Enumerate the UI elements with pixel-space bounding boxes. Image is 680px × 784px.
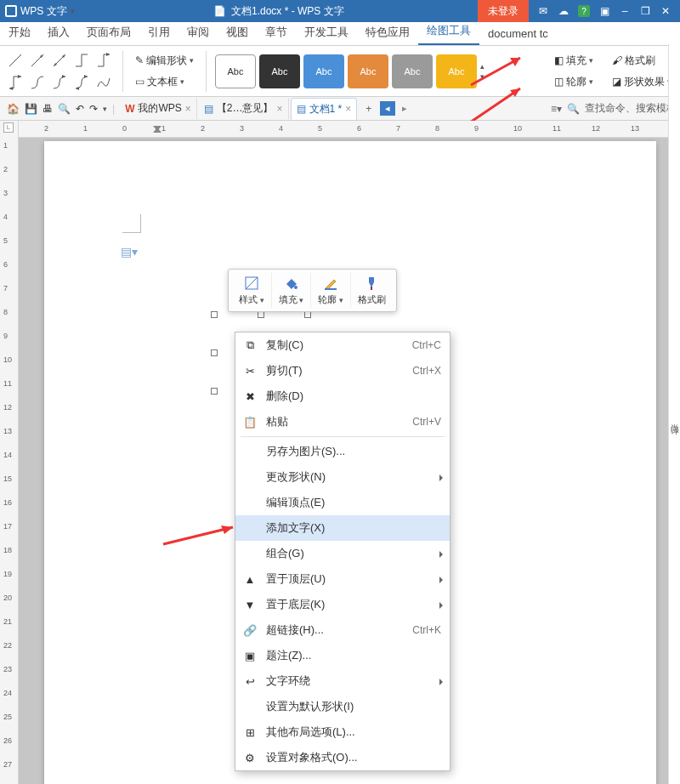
shape-effect-button[interactable]: ◪形状效果▾ xyxy=(609,73,675,91)
tabscroll-left-button[interactable]: ◂ xyxy=(380,101,395,116)
app-brand[interactable]: WPS 文字 ▾ xyxy=(0,4,80,19)
search-placeholder[interactable]: 查找命令、搜索模板 xyxy=(585,101,677,116)
tab-references[interactable]: 引用 xyxy=(139,20,178,45)
menu-item[interactable]: ⚙设置对象格式(O)... xyxy=(235,745,450,770)
login-button[interactable]: 未登录 xyxy=(478,0,529,22)
doc-tab-mywps[interactable]: W 我的WPS × xyxy=(120,98,197,119)
edit-shape-button[interactable]: ✎编辑形状▾ xyxy=(132,52,197,70)
tab-chapter[interactable]: 章节 xyxy=(257,20,296,45)
app-dropdown-icon[interactable]: ▾ xyxy=(71,7,75,15)
style-preset-2[interactable]: Abc xyxy=(259,54,300,88)
tab-special[interactable]: 特色应用 xyxy=(357,20,418,45)
tab-drawing-tools[interactable]: 绘图工具 xyxy=(418,18,479,45)
style-preset-5[interactable]: Abc xyxy=(392,54,433,88)
format-painter-button[interactable]: 🖌格式刷 xyxy=(609,52,675,70)
mini-style-button[interactable]: 样式 ▾ xyxy=(232,273,271,308)
redo-icon[interactable]: ↷ xyxy=(89,103,98,115)
tab-devtools[interactable]: 开发工具 xyxy=(296,20,357,45)
resize-handle-w[interactable] xyxy=(211,349,218,356)
style-preset-4[interactable]: Abc xyxy=(348,54,388,88)
line-shape-icon[interactable] xyxy=(27,72,48,93)
menu-item[interactable]: 更改形状(N) xyxy=(235,464,450,490)
tab-start[interactable]: 开始 xyxy=(0,20,39,45)
resize-handle-nw[interactable] xyxy=(211,311,218,318)
close-icon[interactable]: × xyxy=(277,103,283,115)
menu-item[interactable]: 另存为图片(S)... xyxy=(235,439,450,464)
menu-item[interactable]: 🔗超链接(H)...Ctrl+K xyxy=(235,617,450,643)
outline-button[interactable]: ◫轮廓▾ xyxy=(551,73,597,91)
menu-item[interactable]: ⊞其他布局选项(L)... xyxy=(235,719,450,745)
indent-marker-icon[interactable] xyxy=(153,122,162,138)
menu-item[interactable]: ⧉复制(C)Ctrl+C xyxy=(235,332,450,358)
undo-icon[interactable]: ↶ xyxy=(76,103,84,115)
paragraph-tag-icon[interactable]: ▤▾ xyxy=(121,245,138,258)
line-shape-icon[interactable] xyxy=(94,72,114,93)
menu-item[interactable]: ▼置于底层(K) xyxy=(235,592,450,617)
fill-button[interactable]: ◧填充▾ xyxy=(551,52,597,70)
line-shape-icon[interactable] xyxy=(49,50,70,71)
mini-fill-button[interactable]: 填充 ▾ xyxy=(271,273,311,308)
help-icon[interactable]: ? xyxy=(578,5,590,17)
list-icon[interactable]: ≡▾ xyxy=(551,103,562,115)
menu-item[interactable]: 编辑顶点(E) xyxy=(235,490,450,515)
menu-item[interactable]: 设置为默认形状(I) xyxy=(235,694,450,719)
line-shape-icon[interactable] xyxy=(5,50,26,71)
resize-handle-n[interactable] xyxy=(258,311,264,318)
resize-handle-sw[interactable] xyxy=(211,388,218,395)
menu-item[interactable]: ✖删除(D) xyxy=(235,383,450,409)
chevron-down-icon[interactable]: ▾ xyxy=(480,72,484,81)
right-side-panel[interactable]: 尚 译 xyxy=(668,44,680,784)
tab-insert[interactable]: 插入 xyxy=(39,20,78,45)
chevron-up-icon[interactable]: ▴ xyxy=(480,62,484,71)
home-icon[interactable]: 🏠 xyxy=(7,103,20,115)
close-icon[interactable]: × xyxy=(185,103,191,115)
menu-item[interactable]: ↩文字环绕 xyxy=(235,668,450,694)
save-icon[interactable]: 💾 xyxy=(25,103,37,115)
style-preset-1[interactable]: Abc xyxy=(215,54,256,88)
close-button[interactable]: ✕ xyxy=(660,5,672,17)
print-icon[interactable]: 🖶 xyxy=(42,103,53,115)
menu-item[interactable]: 📋粘贴Ctrl+V xyxy=(235,409,450,435)
msg-icon[interactable]: ✉ xyxy=(537,5,549,17)
line-shapes-gallery[interactable] xyxy=(5,50,114,93)
menu-item[interactable]: ▣题注(Z)... xyxy=(235,643,450,668)
text-box-button[interactable]: ▭文本框▾ xyxy=(132,73,197,91)
shape-style-gallery[interactable]: Abc Abc Abc Abc Abc Abc ▴ ▾ xyxy=(215,54,484,88)
ruler-corner[interactable]: L xyxy=(3,122,14,133)
line-shape-icon[interactable] xyxy=(71,50,92,71)
tab-doc-tc[interactable]: document tc xyxy=(479,22,557,45)
vertical-ruler[interactable]: L 12345678910111213141516171819202122232… xyxy=(0,121,19,784)
menu-item[interactable]: ✂剪切(T)Ctrl+X xyxy=(235,358,450,383)
add-tab-button[interactable]: + xyxy=(359,103,378,115)
line-shape-icon[interactable] xyxy=(49,72,70,93)
qat-dropdown-icon[interactable]: ▾ xyxy=(103,105,107,113)
style-preset-6[interactable]: Abc xyxy=(436,54,477,88)
line-shape-icon[interactable] xyxy=(71,72,92,93)
horizontal-ruler[interactable]: 21012345678910111213 xyxy=(19,121,680,138)
tabscroll-right-button[interactable]: ▸ xyxy=(397,101,412,116)
tab-view[interactable]: 视图 xyxy=(218,20,257,45)
search-icon[interactable]: 🔍 xyxy=(567,103,580,115)
line-shape-icon[interactable] xyxy=(5,72,26,93)
minimize-button[interactable]: – xyxy=(619,5,631,17)
line-shape-icon[interactable] xyxy=(94,50,114,71)
mini-outline-button[interactable]: 轮廓 ▾ xyxy=(310,273,350,308)
menu-item[interactable]: 组合(G) xyxy=(235,541,450,566)
doc-tab-2[interactable]: ▤ 【2…意见】 × xyxy=(199,98,289,119)
maximize-button[interactable]: ❐ xyxy=(639,5,651,17)
mini-format-painter-button[interactable]: 格式刷 xyxy=(350,273,393,308)
cloud-icon[interactable]: ☁ xyxy=(558,5,570,17)
tab-page-layout[interactable]: 页面布局 xyxy=(78,20,139,45)
style-preset-3[interactable]: Abc xyxy=(303,54,344,88)
doc-tab-active[interactable]: ▤ 文档1 * × xyxy=(291,98,358,120)
menu-item[interactable]: 添加文字(X) xyxy=(235,515,450,541)
preview-icon[interactable]: 🔍 xyxy=(58,103,71,115)
panel-icon[interactable]: ▣ xyxy=(598,5,610,17)
menu-item[interactable]: ▲置于顶层(U) xyxy=(235,566,450,592)
tab-review[interactable]: 审阅 xyxy=(178,20,218,45)
close-icon[interactable]: × xyxy=(345,103,351,115)
style-gallery-scroll[interactable]: ▴ ▾ xyxy=(480,62,484,81)
menu-item-label: 设置为默认形状(I) xyxy=(266,699,441,714)
line-shape-icon[interactable] xyxy=(27,50,48,71)
resize-handle-ne[interactable] xyxy=(304,311,311,318)
